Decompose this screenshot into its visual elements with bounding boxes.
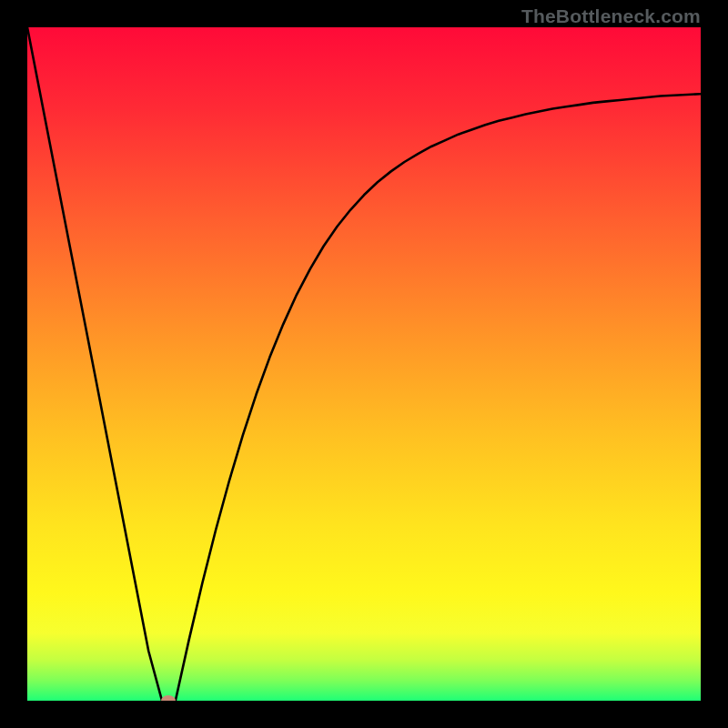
plot-area <box>27 27 701 701</box>
bottleneck-dot <box>161 695 176 701</box>
bottleneck-curve <box>27 27 701 701</box>
watermark-text: TheBottleneck.com <box>521 5 701 27</box>
chart-frame: TheBottleneck.com <box>0 0 728 728</box>
